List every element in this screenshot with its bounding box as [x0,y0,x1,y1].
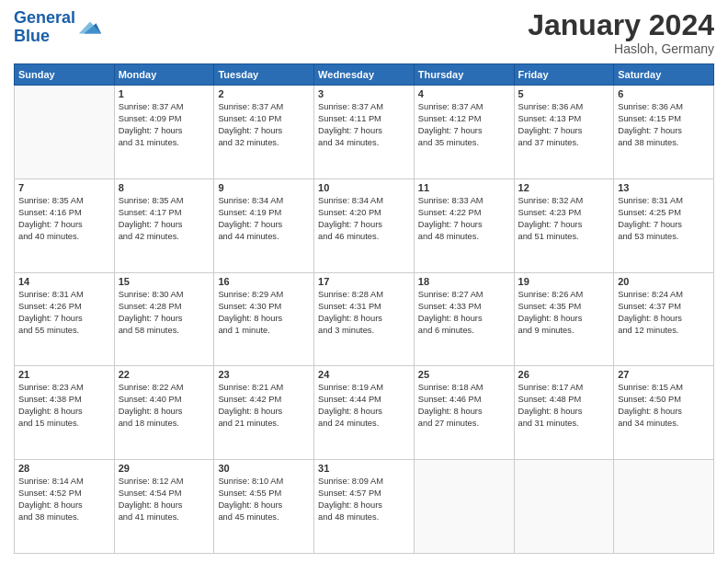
calendar-cell: 11Sunrise: 8:33 AM Sunset: 4:22 PM Dayli… [414,178,514,272]
calendar-cell: 20Sunrise: 8:24 AM Sunset: 4:37 PM Dayli… [614,272,714,366]
calendar-cell: 28Sunrise: 8:14 AM Sunset: 4:52 PM Dayli… [15,460,115,554]
weekday-header: Saturday [614,64,714,86]
day-number: 17 [318,276,410,287]
day-info: Sunrise: 8:36 AM Sunset: 4:15 PM Dayligh… [618,101,710,149]
weekday-header: Thursday [414,64,514,86]
day-info: Sunrise: 8:19 AM Sunset: 4:44 PM Dayligh… [318,382,410,430]
calendar-table: SundayMondayTuesdayWednesdayThursdayFrid… [14,63,714,554]
day-number: 3 [318,88,410,99]
calendar-cell: 8Sunrise: 8:35 AM Sunset: 4:17 PM Daylig… [114,178,214,272]
weekday-header: Wednesday [314,64,415,86]
calendar-cell: 12Sunrise: 8:32 AM Sunset: 4:23 PM Dayli… [514,178,614,272]
day-info: Sunrise: 8:15 AM Sunset: 4:50 PM Dayligh… [618,382,710,430]
day-info: Sunrise: 8:10 AM Sunset: 4:55 PM Dayligh… [218,476,310,523]
day-number: 7 [18,182,110,193]
day-info: Sunrise: 8:18 AM Sunset: 4:46 PM Dayligh… [418,382,510,430]
day-info: Sunrise: 8:33 AM Sunset: 4:22 PM Dayligh… [418,195,510,243]
day-number: 29 [119,463,210,474]
calendar-cell: 27Sunrise: 8:15 AM Sunset: 4:50 PM Dayli… [614,366,714,460]
day-info: Sunrise: 8:32 AM Sunset: 4:23 PM Dayligh… [518,195,610,243]
calendar-cell: 16Sunrise: 8:29 AM Sunset: 4:30 PM Dayli… [214,272,314,366]
calendar-cell: 18Sunrise: 8:27 AM Sunset: 4:33 PM Dayli… [414,272,514,366]
calendar-cell: 13Sunrise: 8:31 AM Sunset: 4:25 PM Dayli… [614,178,714,272]
day-number: 25 [418,369,510,380]
day-info: Sunrise: 8:37 AM Sunset: 4:11 PM Dayligh… [318,101,410,149]
day-number: 8 [119,182,210,193]
header: General Blue January 2024 Hasloh, German… [14,9,714,56]
weekday-header: Tuesday [214,64,314,86]
day-number: 10 [318,182,410,193]
calendar-cell: 9Sunrise: 8:34 AM Sunset: 4:19 PM Daylig… [214,178,314,272]
day-number: 27 [618,369,710,380]
calendar-cell: 19Sunrise: 8:26 AM Sunset: 4:35 PM Dayli… [514,272,614,366]
weekday-header: Friday [514,64,614,86]
logo: General Blue [14,9,103,46]
day-info: Sunrise: 8:31 AM Sunset: 4:25 PM Dayligh… [618,195,710,243]
day-number: 6 [618,88,710,99]
calendar-cell: 14Sunrise: 8:31 AM Sunset: 4:26 PM Dayli… [15,272,115,366]
calendar-cell [15,86,115,179]
day-info: Sunrise: 8:09 AM Sunset: 4:57 PM Dayligh… [318,476,410,523]
day-number: 28 [18,463,110,474]
day-info: Sunrise: 8:14 AM Sunset: 4:52 PM Dayligh… [18,476,110,523]
day-number: 9 [218,182,310,193]
day-info: Sunrise: 8:34 AM Sunset: 4:20 PM Dayligh… [318,195,410,243]
calendar-cell: 10Sunrise: 8:34 AM Sunset: 4:20 PM Dayli… [314,178,415,272]
calendar-cell: 2Sunrise: 8:37 AM Sunset: 4:10 PM Daylig… [214,86,314,179]
day-number: 13 [618,182,710,193]
day-number: 23 [218,369,310,380]
day-number: 26 [518,369,610,380]
day-number: 30 [218,463,310,474]
day-number: 2 [218,88,310,99]
day-info: Sunrise: 8:31 AM Sunset: 4:26 PM Dayligh… [18,289,110,337]
day-number: 19 [518,276,610,287]
day-number: 5 [518,88,610,99]
calendar-cell: 22Sunrise: 8:22 AM Sunset: 4:40 PM Dayli… [114,366,214,460]
calendar-cell: 23Sunrise: 8:21 AM Sunset: 4:42 PM Dayli… [214,366,314,460]
logo-icon [77,15,103,40]
location: Hasloh, Germany [528,41,714,56]
weekday-header: Monday [114,64,214,86]
day-number: 24 [318,369,410,380]
calendar-cell [614,460,714,554]
day-info: Sunrise: 8:37 AM Sunset: 4:09 PM Dayligh… [119,101,210,149]
calendar-cell: 31Sunrise: 8:09 AM Sunset: 4:57 PM Dayli… [314,460,415,554]
day-info: Sunrise: 8:12 AM Sunset: 4:54 PM Dayligh… [119,476,210,523]
calendar-cell: 17Sunrise: 8:28 AM Sunset: 4:31 PM Dayli… [314,272,415,366]
calendar-cell: 6Sunrise: 8:36 AM Sunset: 4:15 PM Daylig… [614,86,714,179]
calendar-cell: 15Sunrise: 8:30 AM Sunset: 4:28 PM Dayli… [114,272,214,366]
calendar-cell: 26Sunrise: 8:17 AM Sunset: 4:48 PM Dayli… [514,366,614,460]
calendar-cell: 21Sunrise: 8:23 AM Sunset: 4:38 PM Dayli… [15,366,115,460]
day-info: Sunrise: 8:26 AM Sunset: 4:35 PM Dayligh… [518,289,610,337]
day-number: 14 [18,276,110,287]
day-info: Sunrise: 8:22 AM Sunset: 4:40 PM Dayligh… [119,382,210,430]
day-info: Sunrise: 8:35 AM Sunset: 4:17 PM Dayligh… [119,195,210,243]
day-info: Sunrise: 8:29 AM Sunset: 4:30 PM Dayligh… [218,289,310,337]
day-number: 1 [119,88,210,99]
day-number: 20 [618,276,710,287]
day-info: Sunrise: 8:17 AM Sunset: 4:48 PM Dayligh… [518,382,610,430]
day-info: Sunrise: 8:37 AM Sunset: 4:12 PM Dayligh… [418,101,510,149]
day-info: Sunrise: 8:27 AM Sunset: 4:33 PM Dayligh… [418,289,510,337]
calendar-cell: 5Sunrise: 8:36 AM Sunset: 4:13 PM Daylig… [514,86,614,179]
calendar-cell: 25Sunrise: 8:18 AM Sunset: 4:46 PM Dayli… [414,366,514,460]
day-number: 15 [119,276,210,287]
day-number: 16 [218,276,310,287]
day-number: 21 [18,369,110,380]
calendar-cell: 7Sunrise: 8:35 AM Sunset: 4:16 PM Daylig… [15,178,115,272]
calendar-cell [514,460,614,554]
day-info: Sunrise: 8:34 AM Sunset: 4:19 PM Dayligh… [218,195,310,243]
weekday-header: Sunday [15,64,115,86]
day-number: 18 [418,276,510,287]
logo-text2: Blue [14,28,75,46]
calendar-cell: 4Sunrise: 8:37 AM Sunset: 4:12 PM Daylig… [414,86,514,179]
logo-text: General [14,9,75,28]
day-info: Sunrise: 8:23 AM Sunset: 4:38 PM Dayligh… [18,382,110,430]
day-number: 4 [418,88,510,99]
day-number: 22 [119,369,210,380]
day-info: Sunrise: 8:36 AM Sunset: 4:13 PM Dayligh… [518,101,610,149]
title-section: January 2024 Hasloh, Germany [528,9,714,56]
calendar-cell [414,460,514,554]
month-title: January 2024 [528,9,714,41]
day-info: Sunrise: 8:21 AM Sunset: 4:42 PM Dayligh… [218,382,310,430]
